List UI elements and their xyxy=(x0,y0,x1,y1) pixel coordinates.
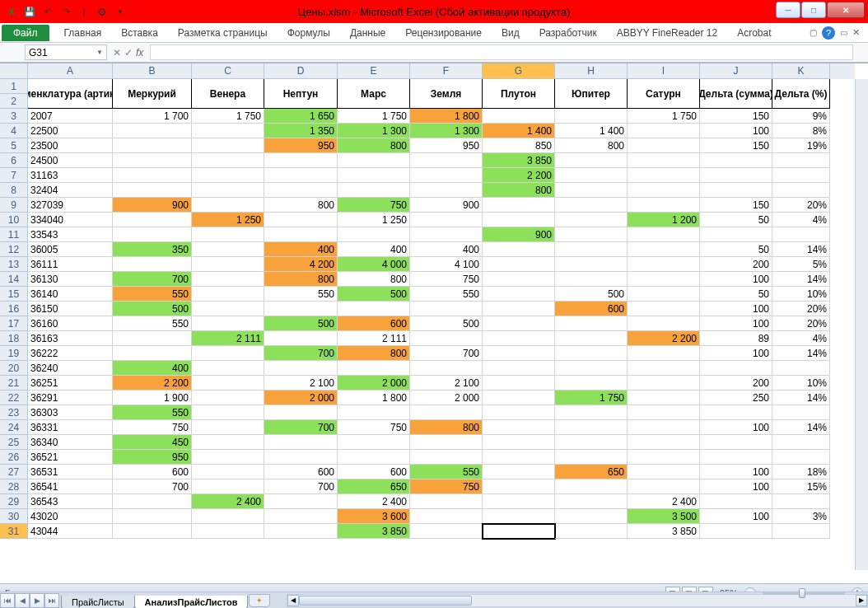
cell[interactable] xyxy=(628,198,700,213)
cell[interactable] xyxy=(483,272,555,287)
cell[interactable] xyxy=(772,183,830,198)
cell[interactable]: 3 850 xyxy=(628,524,700,539)
cell[interactable] xyxy=(628,257,700,272)
cell[interactable] xyxy=(264,331,338,346)
ribbon-tab[interactable]: ABBYY FineReader 12 xyxy=(609,25,726,41)
cell[interactable] xyxy=(338,168,410,183)
cell[interactable] xyxy=(264,450,338,465)
cell[interactable] xyxy=(113,153,192,168)
cell[interactable] xyxy=(700,168,772,183)
cell[interactable]: 600 xyxy=(338,465,410,479)
cell[interactable] xyxy=(264,168,338,183)
excel-icon[interactable]: X xyxy=(3,3,20,20)
cell[interactable] xyxy=(555,435,628,450)
cell[interactable]: 36331 xyxy=(28,420,113,435)
cell[interactable]: 850 xyxy=(483,138,555,153)
sheet-tab[interactable]: ПрайсЛисты xyxy=(61,596,135,609)
cell[interactable]: 36005 xyxy=(28,242,113,257)
cell[interactable]: 31163 xyxy=(28,168,113,183)
cell[interactable]: 10% xyxy=(772,376,830,391)
cell[interactable] xyxy=(483,257,555,272)
cell[interactable]: 600 xyxy=(264,465,338,479)
cell[interactable]: 900 xyxy=(113,198,192,213)
cell[interactable]: 32404 xyxy=(28,183,113,198)
cell[interactable] xyxy=(555,272,628,287)
cell[interactable] xyxy=(555,479,628,494)
cell[interactable]: 700 xyxy=(264,346,338,361)
cells-area[interactable]: Номенклатура (артикул)МеркурийВенераНепт… xyxy=(28,79,855,570)
cell[interactable] xyxy=(555,227,628,242)
cell[interactable] xyxy=(483,213,555,227)
cell[interactable]: 250 xyxy=(700,391,772,405)
cell[interactable] xyxy=(628,420,700,435)
horizontal-scrollbar[interactable]: ◀ ▶ xyxy=(287,594,868,607)
cell[interactable]: 800 xyxy=(555,138,628,153)
cell[interactable]: 1 400 xyxy=(483,124,555,138)
cell[interactable] xyxy=(113,494,192,509)
cell[interactable] xyxy=(113,183,192,198)
cell[interactable]: 1 300 xyxy=(410,124,483,138)
cell[interactable]: 2 100 xyxy=(264,376,338,391)
cell[interactable]: 150 xyxy=(700,138,772,153)
cell[interactable]: 100 xyxy=(700,272,772,287)
cell[interactable] xyxy=(192,287,264,302)
cell[interactable] xyxy=(192,153,264,168)
cell[interactable] xyxy=(192,450,264,465)
ribbon-min-icon[interactable]: ▢ xyxy=(810,28,817,37)
cell[interactable]: 600 xyxy=(338,316,410,331)
cell[interactable]: 750 xyxy=(338,198,410,213)
cell[interactable] xyxy=(555,257,628,272)
row-header[interactable]: 15 xyxy=(0,287,28,302)
cell[interactable] xyxy=(628,361,700,376)
row-header[interactable]: 30 xyxy=(0,509,28,524)
header-cell[interactable]: Дельта (%) xyxy=(772,79,830,109)
cell[interactable]: 5% xyxy=(772,257,830,272)
cell[interactable] xyxy=(410,405,483,420)
cell[interactable]: 43020 xyxy=(28,509,113,524)
cell[interactable]: 1 800 xyxy=(410,109,483,124)
cell[interactable]: 1 300 xyxy=(338,124,410,138)
cell[interactable] xyxy=(628,465,700,479)
cell[interactable] xyxy=(628,227,700,242)
cell[interactable] xyxy=(264,509,338,524)
cell[interactable] xyxy=(772,405,830,420)
cell[interactable]: 450 xyxy=(113,435,192,450)
row-header[interactable]: 29 xyxy=(0,494,28,509)
cell[interactable]: 100 xyxy=(700,124,772,138)
cell[interactable]: 800 xyxy=(338,272,410,287)
cell[interactable] xyxy=(410,227,483,242)
column-header[interactable]: J xyxy=(700,63,772,79)
cell[interactable]: 1 250 xyxy=(192,213,264,227)
cell[interactable]: 700 xyxy=(113,272,192,287)
cell[interactable]: 2 100 xyxy=(410,376,483,391)
cell[interactable]: 10% xyxy=(772,287,830,302)
cell[interactable] xyxy=(555,524,628,539)
cell[interactable] xyxy=(264,405,338,420)
cell[interactable] xyxy=(113,331,192,346)
column-header[interactable]: E xyxy=(338,63,410,79)
cell[interactable] xyxy=(628,302,700,316)
cell[interactable] xyxy=(483,331,555,346)
cell[interactable]: 550 xyxy=(113,405,192,420)
column-header[interactable]: A xyxy=(28,63,113,79)
cell[interactable]: 2 111 xyxy=(338,331,410,346)
cell[interactable]: 100 xyxy=(700,509,772,524)
scroll-right-button[interactable]: ▶ xyxy=(856,595,867,606)
cell[interactable]: 1 650 xyxy=(264,109,338,124)
cell[interactable] xyxy=(483,287,555,302)
cell[interactable]: 500 xyxy=(410,316,483,331)
cell[interactable]: 3 850 xyxy=(338,524,410,539)
cell[interactable]: 1 350 xyxy=(264,124,338,138)
cell[interactable]: 750 xyxy=(113,420,192,435)
cell[interactable] xyxy=(192,376,264,391)
cell[interactable]: 800 xyxy=(410,420,483,435)
cell[interactable] xyxy=(192,420,264,435)
cancel-formula-icon[interactable]: ✕ xyxy=(113,47,121,58)
cell[interactable] xyxy=(264,361,338,376)
redo-icon[interactable]: ↷ xyxy=(58,3,74,20)
cell[interactable]: 550 xyxy=(410,465,483,479)
cell[interactable] xyxy=(628,450,700,465)
ribbon-tab[interactable]: Данные xyxy=(342,25,394,41)
cell[interactable]: 500 xyxy=(113,302,192,316)
cell[interactable] xyxy=(192,227,264,242)
